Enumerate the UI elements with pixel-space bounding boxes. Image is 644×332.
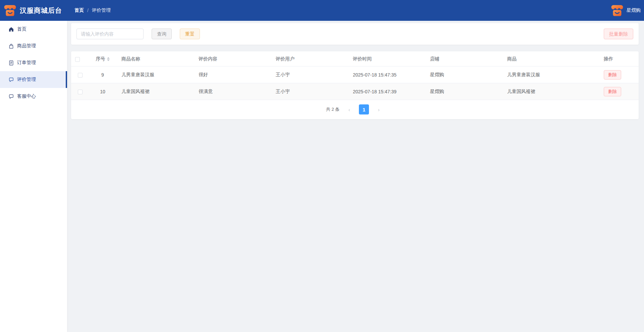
cell-product-name: 儿男童唐装汉服 [118,66,195,83]
column-header-user: 评价用户 [272,52,350,66]
cell-user: 王小宇 [272,83,350,100]
breadcrumb: 首页 / 评价管理 [74,7,111,13]
column-header-index: 序号 [96,56,105,62]
sidebar-item-orders[interactable]: 订单管理 [0,54,67,71]
user-avatar-icon [610,4,624,17]
bag-icon [8,43,14,49]
cell-time: 2025-07-18 15:47:35 [350,66,427,83]
row-checkbox[interactable] [78,73,83,78]
sidebar-item-service[interactable]: 客服中心 [0,88,67,105]
column-header-action: 操作 [600,52,639,66]
review-table: 序号 商品名称 评价内容 评价用户 评价时间 店铺 商品 操作 [71,52,639,100]
sort-caret-icon[interactable] [107,57,110,61]
query-button[interactable]: 查询 [152,29,172,39]
column-header-shop: 店铺 [427,52,504,66]
sidebar: 首页 商品管理 订单管理 评价管理 客服中心 [0,21,67,332]
sidebar-item-home[interactable]: 首页 [0,21,67,38]
sidebar-item-reviews[interactable]: 评价管理 [0,71,67,88]
breadcrumb-home[interactable]: 首页 [74,7,84,13]
pagination: 共 2 条 ‹ 1 › [71,100,639,117]
prev-page-button[interactable]: ‹ [344,104,354,114]
breadcrumb-current: 评价管理 [92,7,111,13]
main-content: 查询 重置 批量删除 序号 [67,21,644,332]
cell-product-name: 儿童国风襦裙 [118,83,195,100]
top-header: 汉服商城后台 首页 / 评价管理 星熠购 [0,0,644,21]
chat-icon [8,77,14,83]
cell-shop: 星熠购 [427,83,504,100]
total-count: 共 2 条 [326,106,339,112]
cell-time: 2025-07-18 15:47:39 [350,83,427,100]
delete-button[interactable]: 删除 [604,70,621,80]
cell-product: 儿男童唐装汉服 [504,66,600,83]
search-input[interactable] [76,29,144,39]
username: 星熠购 [627,7,641,13]
column-header-content: 评价内容 [195,52,272,66]
table-body: 9 儿男童唐装汉服 很好 王小宇 2025-07-18 15:47:35 星熠购… [71,66,639,100]
column-header-product: 商品 [504,52,600,66]
cell-index: 9 [87,66,118,83]
reset-button[interactable]: 重置 [180,29,200,39]
table-row: 9 儿男童唐装汉服 很好 王小宇 2025-07-18 15:47:35 星熠购… [71,66,639,83]
chat-icon [8,94,14,99]
storefront-smile-icon [3,4,17,17]
review-table-card: 序号 商品名称 评价内容 评价用户 评价时间 店铺 商品 操作 [71,51,639,119]
batch-delete-button[interactable]: 批量删除 [604,29,633,39]
delete-button[interactable]: 删除 [604,87,621,96]
next-page-button[interactable]: › [374,104,384,114]
cell-product: 儿童国风襦裙 [504,83,600,100]
sidebar-menu: 首页 商品管理 订单管理 评价管理 客服中心 [0,21,67,105]
breadcrumb-separator: / [87,8,89,13]
cell-content: 很满意 [195,83,272,100]
column-header-product-name: 商品名称 [118,52,195,66]
cell-shop: 星熠购 [427,66,504,83]
home-icon [8,27,14,32]
page-1-button[interactable]: 1 [359,104,369,114]
column-header-time: 评价时间 [350,52,427,66]
table-row: 10 儿童国风襦裙 很满意 王小宇 2025-07-18 15:47:39 星熠… [71,83,639,100]
cell-user: 王小宇 [272,66,350,83]
row-checkbox[interactable] [78,90,83,94]
brand: 汉服商城后台 [3,4,70,17]
cell-index: 10 [87,83,118,100]
search-toolbar: 查询 重置 批量删除 [71,23,639,45]
cell-content: 很好 [195,66,272,83]
table-header-row: 序号 商品名称 评价内容 评价用户 评价时间 店铺 商品 操作 [71,52,639,66]
select-all-checkbox[interactable] [75,57,80,62]
user-menu[interactable]: 星熠购 [610,4,641,17]
document-icon [8,60,14,66]
sidebar-item-products[interactable]: 商品管理 [0,38,67,54]
app-title: 汉服商城后台 [20,6,62,15]
